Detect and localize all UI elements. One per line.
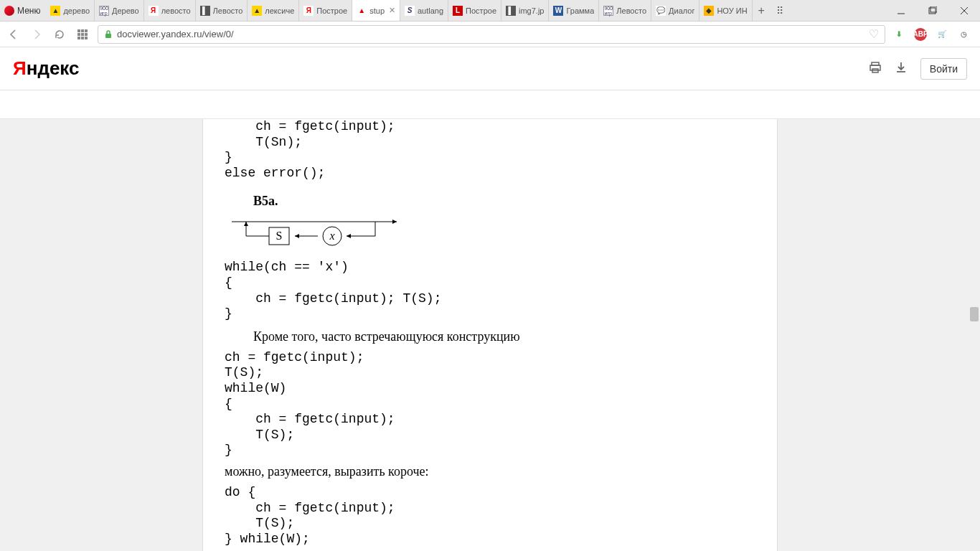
- url-field[interactable]: docviewer.yandex.ru/view/0/ ♡: [98, 25, 885, 44]
- favicon-900-icon: 900игр: [603, 6, 613, 16]
- code-block-3: ch = fgetc(input); T(S); while(W) { ch =…: [225, 350, 755, 458]
- tab-12[interactable]: 💬 Диалог: [651, 0, 699, 21]
- tab-close-button[interactable]: ✕: [389, 6, 395, 15]
- svg-rect-1: [929, 8, 936, 14]
- tab-11[interactable]: 900игр Левосто: [599, 0, 651, 21]
- tab-4[interactable]: ▲ лексиче: [248, 0, 299, 21]
- login-button[interactable]: Войти: [920, 58, 967, 80]
- scrollbar-thumb[interactable]: [970, 307, 979, 321]
- favicon-doc-icon: ▌: [200, 6, 210, 16]
- speed-dial-button[interactable]: [75, 27, 90, 42]
- lock-icon: [104, 30, 113, 39]
- tab-label: левосто: [161, 6, 191, 15]
- tab-9[interactable]: ▌ img7.jp: [501, 0, 549, 21]
- opera-menu-button[interactable]: Меню: [1, 0, 46, 21]
- window-close-button[interactable]: [948, 0, 980, 21]
- download-button[interactable]: [895, 61, 908, 76]
- document-page[interactable]: ch = fgetc(input); T(Sn); } else error()…: [202, 119, 778, 551]
- favicon-s-icon: S: [405, 6, 415, 16]
- section-title: B5a.: [253, 194, 755, 209]
- tab-6[interactable]: ▲ stup ✕: [352, 0, 400, 21]
- address-bar: docviewer.yandex.ru/view/0/ ♡ ⬇ ABP 🛒 ◷: [0, 22, 980, 47]
- bookmark-heart-icon[interactable]: ♡: [869, 27, 879, 41]
- svg-rect-7: [85, 29, 88, 32]
- svg-rect-6: [81, 29, 84, 32]
- nav-reload-button[interactable]: [52, 27, 67, 42]
- svg-rect-12: [81, 37, 84, 39]
- svg-rect-14: [105, 34, 111, 38]
- favicon-chat-icon: 💬: [656, 6, 666, 16]
- diagram-x-label: x: [329, 230, 334, 242]
- tab-label: img7.jp: [519, 6, 544, 15]
- tab-label: autlang: [418, 6, 443, 15]
- tab-list-button[interactable]: ⠿: [771, 5, 789, 17]
- window-maximize-button[interactable]: [917, 0, 948, 21]
- yandex-header: Яндекс Войти: [0, 47, 980, 90]
- tab-0[interactable]: ▲ дерево: [46, 0, 95, 21]
- tab-label: лексиче: [265, 6, 294, 15]
- ext-cart-icon[interactable]: 🛒: [936, 28, 948, 41]
- tab-label: Дерево: [112, 6, 139, 15]
- tab-13[interactable]: ◆ НОУ ИН: [699, 0, 752, 21]
- logo-letter: Я: [13, 57, 27, 79]
- favicon-tree-icon: ▲: [252, 6, 262, 16]
- favicon-nou-icon: ◆: [704, 6, 714, 16]
- tab-3[interactable]: ▌ Левосто: [196, 0, 248, 21]
- ext-sync-icon[interactable]: ◷: [957, 28, 970, 41]
- tab-label: Грамма: [566, 6, 594, 15]
- vertical-scrollbar[interactable]: [969, 119, 980, 551]
- window-controls: [885, 0, 980, 21]
- favicon-yandex-icon: Я: [303, 6, 314, 16]
- code-block-1: ch = fgetc(input); T(Sn); } else error()…: [225, 119, 755, 181]
- favicon-pdf-icon: ▲: [357, 6, 367, 16]
- browser-tab-bar: Меню ▲ дерево 900игр Дерево Я левосто ▌ …: [0, 0, 980, 22]
- document-viewport: ch = fgetc(input); T(Sn); } else error()…: [0, 119, 980, 551]
- favicon-l-icon: L: [453, 6, 463, 16]
- window-minimize-button[interactable]: [885, 0, 917, 21]
- toolbar-extensions: ⬇ ABP 🛒 ◷: [892, 28, 974, 41]
- favicon-yandex-icon: Я: [149, 6, 159, 16]
- favicon-word-icon: W: [553, 6, 563, 16]
- favicon-tree-icon: ▲: [50, 6, 60, 16]
- svg-rect-13: [85, 37, 88, 39]
- tab-label: Левосто: [616, 6, 646, 15]
- tab-label: Левосто: [213, 6, 243, 15]
- svg-rect-11: [77, 37, 80, 39]
- svg-rect-10: [85, 33, 88, 36]
- syntax-diagram: S x: [225, 215, 411, 246]
- opera-icon: [4, 6, 14, 16]
- tab-label: НОУ ИН: [717, 6, 747, 15]
- tab-8[interactable]: L Построе: [448, 0, 501, 21]
- svg-rect-5: [77, 29, 80, 32]
- tab-label: дерево: [63, 6, 90, 15]
- sub-header: [0, 90, 980, 119]
- tab-label: Построе: [316, 6, 347, 15]
- tab-label: stup: [369, 6, 385, 15]
- ext-downloader-icon[interactable]: ⬇: [892, 28, 905, 41]
- logo-rest: ндекс: [27, 57, 80, 79]
- new-tab-button[interactable]: +: [753, 4, 771, 17]
- yandex-logo[interactable]: Яндекс: [13, 57, 80, 80]
- yandex-actions: Войти: [869, 58, 967, 80]
- tab-1[interactable]: 900игр Дерево: [95, 0, 144, 21]
- tab-label: Диалог: [669, 6, 694, 15]
- url-text: docviewer.yandex.ru/view/0/: [117, 29, 234, 39]
- print-button[interactable]: [869, 61, 882, 76]
- nav-forward-button[interactable]: [29, 27, 44, 42]
- tab-10[interactable]: W Грамма: [549, 0, 599, 21]
- paragraph-1: Кроме того, часто встречающуюся конструк…: [253, 329, 755, 344]
- svg-rect-8: [77, 33, 80, 36]
- tab-label: Построе: [466, 6, 496, 15]
- nav-back-button[interactable]: [6, 27, 22, 42]
- ext-adblock-icon[interactable]: ABP: [914, 28, 927, 41]
- svg-rect-16: [870, 65, 880, 70]
- svg-rect-9: [81, 33, 84, 36]
- diagram-s-label: S: [276, 230, 283, 242]
- tab-2[interactable]: Я левосто: [144, 0, 196, 21]
- tab-7[interactable]: S autlang: [400, 0, 448, 21]
- svg-rect-2: [930, 6, 937, 12]
- paragraph-2: можно, разумеется, выразить короче:: [225, 464, 755, 479]
- tab-5[interactable]: Я Построе: [299, 0, 352, 21]
- favicon-900-icon: 900игр: [99, 6, 109, 16]
- menu-label: Меню: [17, 6, 40, 16]
